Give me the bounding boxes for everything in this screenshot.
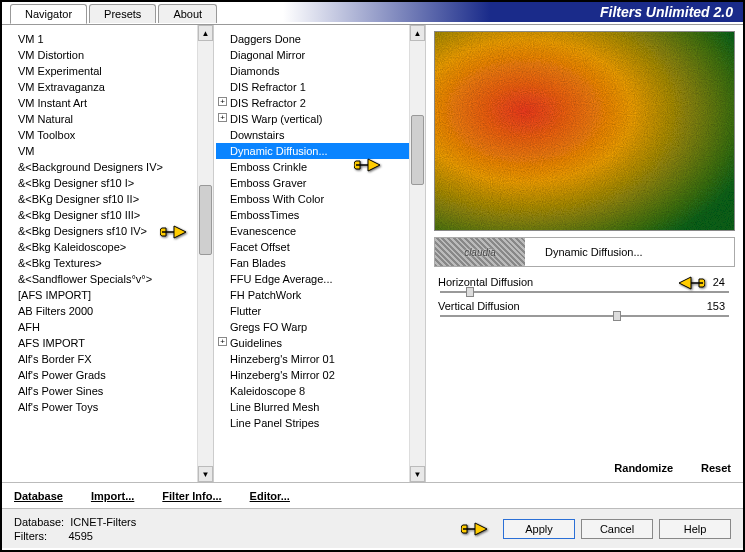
category-item[interactable]: &<Bkg Textures> xyxy=(4,255,211,271)
filter-item[interactable]: Kaleidoscope 8 xyxy=(216,383,423,399)
param-horizontal-diffusion: Horizontal Diffusion 24 xyxy=(434,275,735,289)
editor-button[interactable]: Editor... xyxy=(250,490,290,502)
filter-item[interactable]: +Guidelines xyxy=(216,335,423,351)
filter-item-label: Fan Blades xyxy=(230,257,286,269)
category-item[interactable]: VM Natural xyxy=(4,111,211,127)
filter-item[interactable]: Flutter xyxy=(216,303,423,319)
filter-item[interactable]: +DIS Refractor 2 xyxy=(216,95,423,111)
database-value: ICNET-Filters xyxy=(70,516,136,528)
filter-item[interactable]: Line Blurred Mesh xyxy=(216,399,423,415)
filter-item[interactable]: Dynamic Diffusion... xyxy=(216,143,423,159)
filter-list[interactable]: Daggers DoneDiagonal MirrorDiamondsDIS R… xyxy=(214,25,425,482)
scroll-down-icon[interactable]: ▼ xyxy=(410,466,425,482)
import-button[interactable]: Import... xyxy=(91,490,134,502)
category-item[interactable]: VM Experimental xyxy=(4,63,211,79)
category-item[interactable]: &<Sandflower Specials°v°> xyxy=(4,271,211,287)
filter-item-label: Daggers Done xyxy=(230,33,301,45)
filter-item-label: Kaleidoscope 8 xyxy=(230,385,305,397)
apply-button[interactable]: Apply xyxy=(503,519,575,539)
slider-thumb[interactable] xyxy=(613,311,621,321)
category-item[interactable]: Alf's Power Grads xyxy=(4,367,211,383)
filter-item[interactable]: Fan Blades xyxy=(216,255,423,271)
tab-about[interactable]: About xyxy=(158,4,217,23)
cancel-button[interactable]: Cancel xyxy=(581,519,653,539)
filters-label: Filters: xyxy=(14,530,47,542)
category-item[interactable]: Alf's Power Toys xyxy=(4,399,211,415)
filter-item-label: EmbossTimes xyxy=(230,209,299,221)
category-item[interactable]: VM xyxy=(4,143,211,159)
slider-horizontal-diffusion[interactable] xyxy=(440,291,729,293)
filter-item[interactable]: EmbossTimes xyxy=(216,207,423,223)
app-title: Filters Unlimited 2.0 xyxy=(283,2,743,22)
category-item[interactable]: &<Bkg Designer sf10 III> xyxy=(4,207,211,223)
tab-presets[interactable]: Presets xyxy=(89,4,156,23)
category-list[interactable]: VM 1VM DistortionVM ExperimentalVM Extra… xyxy=(2,25,213,482)
filter-item[interactable]: Emboss Graver xyxy=(216,175,423,191)
category-item[interactable]: VM Extravaganza xyxy=(4,79,211,95)
slider-thumb[interactable] xyxy=(466,287,474,297)
filter-item[interactable]: FFU Edge Average... xyxy=(216,271,423,287)
scrollbar-left[interactable]: ▲ ▼ xyxy=(197,25,213,482)
filter-item-label: Flutter xyxy=(230,305,261,317)
filter-item[interactable]: Gregs FO Warp xyxy=(216,319,423,335)
filter-item[interactable]: Emboss With Color xyxy=(216,191,423,207)
filter-item[interactable]: DIS Refractor 1 xyxy=(216,79,423,95)
category-item[interactable]: VM Toolbox xyxy=(4,127,211,143)
param-value: 153 xyxy=(691,300,731,312)
category-item[interactable]: VM Distortion xyxy=(4,47,211,63)
tab-navigator[interactable]: Navigator xyxy=(10,4,87,24)
expand-icon[interactable]: + xyxy=(218,97,227,106)
filter-item[interactable]: Diagonal Mirror xyxy=(216,47,423,63)
category-item[interactable]: AFH xyxy=(4,319,211,335)
filter-item[interactable]: +DIS Warp (vertical) xyxy=(216,111,423,127)
category-item[interactable]: &<BKg Designer sf10 II> xyxy=(4,191,211,207)
category-item[interactable]: &<Background Designers IV> xyxy=(4,159,211,175)
filter-item-label: Facet Offset xyxy=(230,241,290,253)
filter-item[interactable]: Daggers Done xyxy=(216,31,423,47)
filter-name: Dynamic Diffusion... xyxy=(525,246,643,258)
scroll-up-icon[interactable]: ▲ xyxy=(410,25,425,41)
randomize-button[interactable]: Randomize xyxy=(614,462,673,474)
scroll-down-icon[interactable]: ▼ xyxy=(198,466,213,482)
filter-item[interactable]: Hinzeberg's Mirror 02 xyxy=(216,367,423,383)
filter-item-label: Diagonal Mirror xyxy=(230,49,305,61)
filter-item[interactable]: Diamonds xyxy=(216,63,423,79)
reset-button[interactable]: Reset xyxy=(701,462,731,474)
scrollbar-middle[interactable]: ▲ ▼ xyxy=(409,25,425,482)
filter-item-label: FH PatchWork xyxy=(230,289,301,301)
expand-icon[interactable]: + xyxy=(218,113,227,122)
filter-item-label: Dynamic Diffusion... xyxy=(230,145,328,157)
filter-item[interactable]: Emboss Crinkle xyxy=(216,159,423,175)
category-item[interactable]: AFS IMPORT xyxy=(4,335,211,351)
category-item[interactable]: VM 1 xyxy=(4,31,211,47)
category-item[interactable]: VM Instant Art xyxy=(4,95,211,111)
filter-item[interactable]: Facet Offset xyxy=(216,239,423,255)
category-item[interactable]: &<Bkg Designer sf10 I> xyxy=(4,175,211,191)
param-value: 24 xyxy=(691,276,731,288)
filters-value: 4595 xyxy=(68,530,92,542)
category-item[interactable]: Alf's Border FX xyxy=(4,351,211,367)
filter-item[interactable]: Downstairs xyxy=(216,127,423,143)
scroll-up-icon[interactable]: ▲ xyxy=(198,25,213,41)
database-button[interactable]: Database xyxy=(14,490,63,502)
slider-vertical-diffusion[interactable] xyxy=(440,315,729,317)
param-label: Vertical Diffusion xyxy=(438,300,691,312)
filter-item-label: DIS Refractor 1 xyxy=(230,81,306,93)
filter-item[interactable]: Evanescence xyxy=(216,223,423,239)
filter-item-label: Gregs FO Warp xyxy=(230,321,307,333)
scroll-thumb[interactable] xyxy=(199,185,212,255)
category-item[interactable]: Alf's Power Sines xyxy=(4,383,211,399)
category-item[interactable]: &<Bkg Designers sf10 IV> xyxy=(4,223,211,239)
scroll-thumb[interactable] xyxy=(411,115,424,185)
filter-item[interactable]: Line Panel Stripes xyxy=(216,415,423,431)
filter-preview xyxy=(434,31,735,231)
filter-item[interactable]: Hinzeberg's Mirror 01 xyxy=(216,351,423,367)
category-item[interactable]: &<Bkg Kaleidoscope> xyxy=(4,239,211,255)
filter-item-label: Emboss Graver xyxy=(230,177,306,189)
category-item[interactable]: AB Filters 2000 xyxy=(4,303,211,319)
filter-item[interactable]: FH PatchWork xyxy=(216,287,423,303)
expand-icon[interactable]: + xyxy=(218,337,227,346)
category-item[interactable]: [AFS IMPORT] xyxy=(4,287,211,303)
filter-info-button[interactable]: Filter Info... xyxy=(162,490,221,502)
help-button[interactable]: Help xyxy=(659,519,731,539)
